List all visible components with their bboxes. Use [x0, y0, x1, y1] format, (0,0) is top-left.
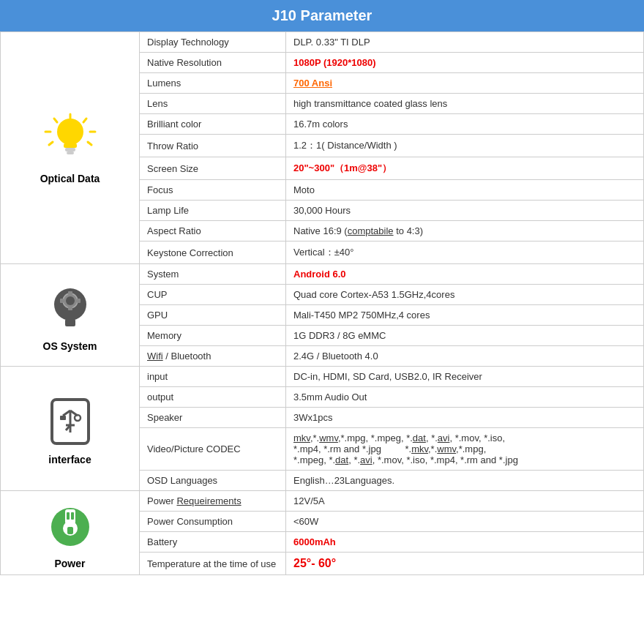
param-name: Speaker — [140, 408, 286, 428]
param-name: Temperature at the time of use — [140, 553, 286, 575]
param-value: 1.2：1( Distance/Width ) — [286, 135, 644, 157]
param-name: Throw Ratio — [140, 135, 286, 157]
param-name: Wifi / Bluetooth — [140, 346, 286, 367]
param-value: DC-in, HDMI, SD Card, USB2.0, IR Receive… — [286, 367, 644, 387]
svg-rect-3 — [67, 151, 74, 154]
table-row: PowerPower Requeirements12V/5A — [1, 491, 644, 512]
param-value: Quad core Cortex-A53 1.5GHz,4cores — [286, 285, 644, 305]
svg-line-9 — [49, 142, 53, 145]
param-name: Power Requeirements — [140, 491, 286, 512]
param-value: 3.5mm Audio Out — [286, 387, 644, 408]
param-name: OSD Languages — [140, 471, 286, 491]
svg-rect-14 — [68, 291, 72, 295]
param-name: Focus — [140, 180, 286, 201]
param-name: Aspect Ratio — [140, 221, 286, 242]
param-value: Mali-T450 MP2 750MHz,4 cores — [286, 305, 644, 326]
param-name: Lumens — [140, 73, 286, 94]
svg-line-10 — [88, 142, 91, 145]
param-value: English…23Languages. — [286, 471, 644, 491]
svg-rect-17 — [77, 299, 80, 303]
param-value: 16.7m colors — [286, 114, 644, 135]
svg-rect-16 — [60, 299, 64, 303]
param-value: 3Wx1pcs — [286, 408, 644, 428]
param-name: Lens — [140, 94, 286, 114]
parameter-table: Optical DataDisplay TechnologyDLP. 0.33"… — [0, 31, 644, 575]
table-row: interfaceinputDC-in, HDMI, SD Card, USB2… — [1, 367, 644, 387]
param-value: 25°- 60° — [286, 553, 644, 575]
param-value: 1080P (1920*1080) — [286, 53, 644, 73]
svg-point-24 — [75, 415, 80, 421]
param-name: Native Resolution — [140, 53, 286, 73]
svg-rect-15 — [68, 307, 72, 310]
param-value: Android 6.0 — [286, 264, 644, 285]
section-icon-os: OS System — [1, 264, 140, 367]
section-icon-power: Power — [1, 491, 140, 575]
os-label: OS System — [8, 340, 132, 352]
param-name: Screen Size — [140, 157, 286, 180]
power-label: Power — [8, 558, 132, 569]
interface-label: interface — [8, 454, 132, 465]
param-value: <60W — [286, 512, 644, 532]
os-icon — [41, 279, 100, 337]
svg-line-6 — [83, 119, 86, 122]
param-value: 1G DDR3 / 8G eMMC — [286, 326, 644, 346]
param-value: DLP. 0.33" TI DLP — [286, 32, 644, 53]
svg-line-5 — [54, 119, 57, 122]
param-name: Display Technology — [140, 32, 286, 53]
svg-rect-32 — [71, 512, 74, 520]
param-name: Power Consumption — [140, 512, 286, 532]
svg-rect-30 — [67, 527, 73, 534]
param-name: GPU — [140, 305, 286, 326]
page-title: J10 Parameter — [0, 0, 644, 31]
param-value: 6000mAh — [286, 532, 644, 553]
param-name: System — [140, 264, 286, 285]
param-value: 2.4G / Bluetooth 4.0 — [286, 346, 644, 367]
power-icon — [41, 496, 100, 555]
param-value: Moto — [286, 180, 644, 201]
optical-icon — [41, 111, 100, 170]
param-value: 700 Ansi — [286, 73, 644, 94]
svg-rect-2 — [65, 148, 75, 151]
optical-label: Optical Data — [8, 173, 132, 184]
param-name: Keystone Correction — [140, 242, 286, 264]
param-name: Battery — [140, 532, 286, 553]
param-name: CUP — [140, 285, 286, 305]
svg-point-13 — [66, 296, 75, 305]
param-name: output — [140, 387, 286, 408]
param-value: 20"~300"（1m@38"） — [286, 157, 644, 180]
param-value: 30,000 Hours — [286, 201, 644, 221]
param-value: Native 16:9 (comptabile to 4:3) — [286, 221, 644, 242]
section-icon-optical: Optical Data — [1, 32, 140, 264]
section-icon-interface: interface — [1, 367, 140, 491]
param-name: input — [140, 367, 286, 387]
table-row: Optical DataDisplay TechnologyDLP. 0.33"… — [1, 32, 644, 53]
interface-icon — [41, 392, 100, 451]
svg-rect-1 — [64, 143, 77, 148]
svg-rect-23 — [60, 416, 66, 420]
svg-rect-31 — [67, 512, 70, 520]
param-name: Memory — [140, 326, 286, 346]
param-value: mkv,*.wmv,*.mpg, *.mpeg, *.dat, *.avi, *… — [286, 428, 644, 471]
param-name: Brilliant color — [140, 114, 286, 135]
param-value: 12V/5A — [286, 491, 644, 512]
param-value: Vertical：±40° — [286, 242, 644, 264]
param-name: Video/Picture CODEC — [140, 428, 286, 471]
svg-point-0 — [57, 119, 83, 145]
param-value: high transmittance coated glass lens — [286, 94, 644, 114]
svg-rect-18 — [65, 319, 75, 326]
table-row: OS SystemSystemAndroid 6.0 — [1, 264, 644, 285]
param-name: Lamp Life — [140, 201, 286, 221]
